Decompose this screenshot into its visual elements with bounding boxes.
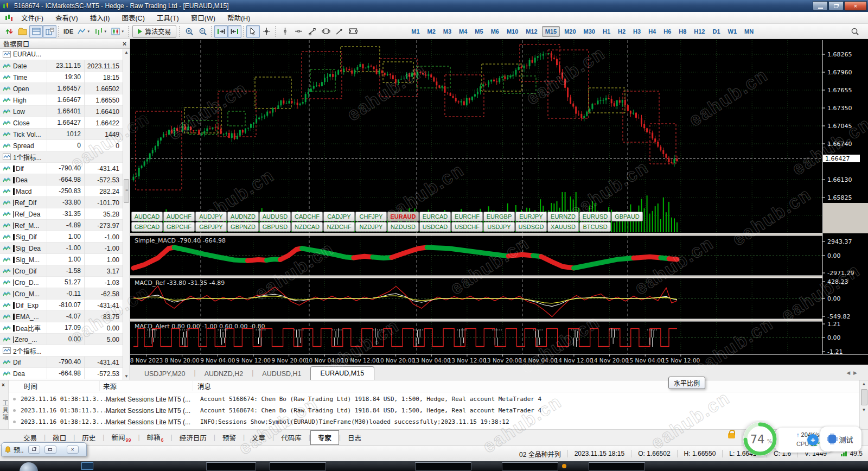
timeframe-H12[interactable]: H12	[691, 26, 708, 37]
timeframe-M5[interactable]: M5	[471, 26, 486, 37]
symbol-button-AUDJPY[interactable]: AUDJPY	[195, 212, 227, 221]
data-window-close-icon[interactable]: ×	[123, 40, 126, 48]
symbol-button-GBPAUD[interactable]: GBPAUD	[611, 212, 643, 221]
timeframe-M20[interactable]: M20	[561, 26, 579, 37]
log-row-1[interactable]: 2023.11.16 01:38:11.3...Market Sessions …	[9, 405, 859, 416]
timeframe-M12[interactable]: M12	[522, 26, 540, 37]
chart-area[interactable]: 1.682651.679601.676551.673501.670451.667…	[130, 39, 868, 365]
open-file-icon[interactable]	[16, 25, 29, 38]
symbol-button-NZDCAD[interactable]: NZDCAD	[291, 222, 323, 232]
data-window-toggle[interactable]	[43, 25, 56, 38]
symbol-button-EURCHF[interactable]: EURCHF	[451, 212, 483, 221]
ellipse-tool[interactable]	[319, 25, 333, 38]
symbol-button-AUDCHF[interactable]: AUDCHF	[163, 212, 195, 221]
menu-item-2[interactable]: 插入(I)	[84, 11, 116, 24]
menu-item-1[interactable]: 查看(V)	[49, 11, 84, 24]
timeframe-D1[interactable]: D1	[710, 26, 724, 37]
symbol-button-EURAUD[interactable]: EURAUD	[387, 212, 419, 221]
restore-button[interactable]	[828, 1, 844, 11]
timeframe-H3[interactable]: H3	[630, 26, 644, 37]
symbol-button-GBPNZD[interactable]: GBPNZD	[227, 222, 259, 232]
menu-item-0[interactable]: 文件(F)	[15, 11, 49, 24]
symbol-button-EURJPY[interactable]: EURJPY	[515, 212, 547, 221]
auto-scroll-toggle[interactable]	[214, 25, 228, 38]
arrow-line-tool[interactable]	[333, 25, 346, 38]
terminal-tab-5[interactable]: 经济日历	[173, 431, 214, 444]
candle-chart-button[interactable]: ▼	[109, 25, 126, 38]
symbol-button-EURNZD[interactable]: EURNZD	[547, 212, 579, 221]
symbol-button-NZDUSD[interactable]: NZDUSD	[387, 222, 419, 232]
taskbar-window[interactable]	[206, 462, 256, 470]
timeframe-M15[interactable]: M15	[542, 26, 560, 37]
cursor-tool[interactable]	[246, 25, 260, 38]
timeframe-M6[interactable]: M6	[488, 26, 502, 37]
timeframe-M4[interactable]: M4	[456, 26, 470, 37]
taskbar-window[interactable]	[415, 462, 471, 470]
close-button[interactable]: ×	[844, 1, 867, 11]
taskbar-window[interactable]	[502, 462, 558, 470]
chart-tab-USDJPYM20[interactable]: USDJPY,M20	[136, 368, 194, 380]
add-button[interactable]: +	[807, 434, 819, 445]
data-window-scrollbar[interactable]: ▲ ▼	[123, 49, 130, 380]
terminal-tab-10[interactable]: 日志	[341, 431, 368, 444]
terminal-tab-4[interactable]: 邮箱6	[140, 430, 171, 445]
symbol-button-NZDCHF[interactable]: NZDCHF	[323, 222, 355, 232]
system-monitor-widget[interactable]: ↑ 204K/s CPU 52°C 74 % + 测试	[727, 419, 863, 460]
terminal-tab-3[interactable]: 新闻99	[104, 430, 138, 445]
line-chart-button[interactable]: ▼	[75, 25, 92, 38]
chart-shift-toggle[interactable]	[228, 25, 241, 38]
timeframe-W1[interactable]: W1	[725, 26, 741, 37]
timeframe-M3[interactable]: M3	[440, 26, 455, 37]
column-message[interactable]: 消息	[193, 381, 859, 391]
crosshair-tool[interactable]	[260, 25, 273, 38]
terminal-close-icon[interactable]: ×	[2, 382, 5, 388]
symbol-button-CHFJPY[interactable]: CHFJPY	[355, 212, 387, 221]
zoom-in-icon[interactable]	[182, 25, 196, 38]
mini-minimize-icon[interactable]	[44, 445, 56, 454]
minimize-button[interactable]	[813, 1, 828, 11]
terminal-tab-9[interactable]: 专家	[310, 430, 339, 445]
rectangle-tool[interactable]	[346, 25, 360, 38]
alerts-mini-window[interactable]: 预.. ×	[1, 442, 87, 456]
symbol-button-NZDJPY[interactable]: NZDJPY	[355, 222, 387, 232]
timeframe-M10[interactable]: M10	[503, 26, 521, 37]
column-source[interactable]: 来源	[100, 381, 193, 391]
symbol-button-EURCAD[interactable]: EURCAD	[419, 212, 451, 221]
menu-item-5[interactable]: 窗口(W)	[185, 11, 221, 24]
taskbar-window[interactable]	[589, 462, 645, 470]
terminal-tab-8[interactable]: 代码库	[274, 431, 309, 444]
menu-item-4[interactable]: 工具(T)	[151, 11, 185, 24]
mini-restore-icon[interactable]	[28, 445, 40, 454]
symbol-button-USDSGD[interactable]: USDSGD	[515, 222, 547, 232]
symbol-button-GBPUSD[interactable]: GBPUSD	[259, 222, 291, 232]
symbol-button-EURUSD[interactable]: EURUSD	[579, 212, 611, 221]
data-window-titlebar[interactable]: 数据窗口 ×	[0, 39, 130, 49]
taskbar-window[interactable]	[270, 462, 326, 470]
windows-taskbar[interactable]	[0, 461, 868, 471]
timeframe-H1[interactable]: H1	[599, 26, 614, 37]
symbol-button-GBPCHF[interactable]: GBPCHF	[163, 222, 195, 232]
algo-trading-button[interactable]: 算法交易	[132, 25, 176, 38]
ide-button[interactable]: IDE	[61, 25, 75, 38]
terminal-tab-6[interactable]: 预警	[215, 431, 243, 444]
symbol-button-BTCUSD[interactable]: BTCUSD	[579, 222, 611, 232]
timeframe-MN[interactable]: MN	[741, 26, 757, 37]
symbol-button-CADCHF[interactable]: CADCHF	[291, 212, 323, 221]
symbol-button-GBPCAD[interactable]: GBPCAD	[131, 222, 163, 232]
timeframe-H4[interactable]: H4	[645, 26, 659, 37]
symbol-button-GBPJPY[interactable]: GBPJPY	[195, 222, 227, 232]
test-button[interactable]: 测试	[820, 427, 861, 451]
start-orb-icon[interactable]	[20, 462, 38, 471]
scroll-thumb[interactable]	[124, 179, 129, 203]
timeframe-H2[interactable]: H2	[615, 26, 629, 37]
bar-chart-button[interactable]: ▼	[92, 25, 109, 38]
tab-scroll-arrows[interactable]: ◀▶	[846, 370, 860, 375]
timeframe-H8[interactable]: H8	[675, 26, 690, 37]
zoom-out-icon[interactable]	[196, 25, 209, 38]
timeframe-M2[interactable]: M2	[424, 26, 439, 37]
market-watch-toggle[interactable]	[29, 25, 43, 38]
terminal-tab-7[interactable]: 文章	[245, 431, 272, 444]
taskbar-app-icon[interactable]	[81, 462, 93, 470]
symbol-button-CADJPY[interactable]: CADJPY	[323, 212, 355, 221]
symbol-button-USDJPY[interactable]: USDJPY	[483, 222, 515, 232]
